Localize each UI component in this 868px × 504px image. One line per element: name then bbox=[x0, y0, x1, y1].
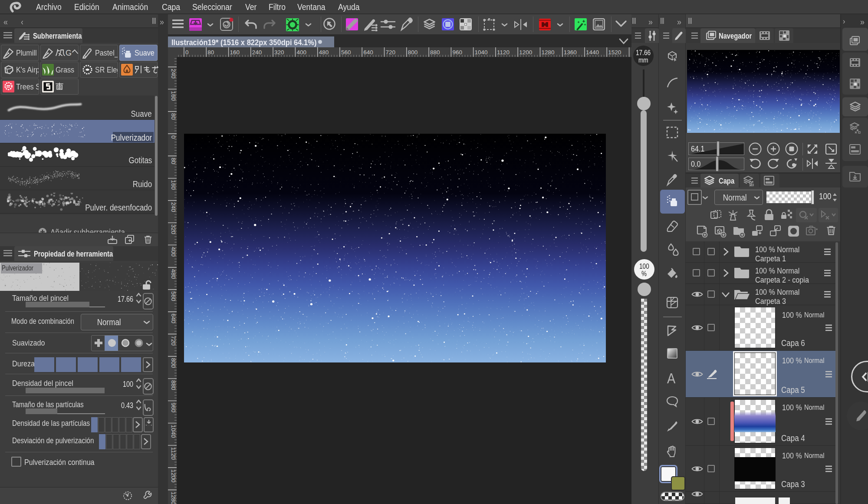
svg-text:480: 480 bbox=[170, 269, 177, 279]
svg-text:640: 640 bbox=[170, 313, 177, 323]
svg-text:560: 560 bbox=[341, 49, 351, 56]
svg-text:1120: 1120 bbox=[170, 447, 177, 460]
svg-text:240: 240 bbox=[252, 49, 262, 56]
svg-text:720: 720 bbox=[170, 336, 177, 346]
svg-text:1520: 1520 bbox=[608, 49, 621, 56]
svg-text:0: 0 bbox=[185, 49, 189, 56]
svg-text:160: 160 bbox=[170, 180, 177, 190]
svg-text:1280: 1280 bbox=[542, 49, 555, 56]
svg-text:400: 400 bbox=[296, 49, 306, 56]
svg-text:1040: 1040 bbox=[475, 49, 488, 56]
svg-text:80: 80 bbox=[170, 158, 177, 164]
svg-text:800: 800 bbox=[170, 358, 177, 368]
svg-text:400: 400 bbox=[170, 247, 177, 257]
svg-text:800: 800 bbox=[408, 49, 418, 56]
svg-text:560: 560 bbox=[170, 291, 177, 301]
svg-text:1280: 1280 bbox=[170, 492, 177, 504]
svg-text:320: 320 bbox=[170, 224, 177, 234]
svg-text:1440: 1440 bbox=[586, 49, 599, 56]
svg-text:640: 640 bbox=[363, 49, 373, 56]
svg-text:320: 320 bbox=[274, 49, 284, 56]
svg-text:G: G bbox=[66, 49, 72, 57]
svg-text:0: 0 bbox=[170, 135, 177, 139]
svg-text:960: 960 bbox=[170, 402, 177, 412]
svg-text:240: 240 bbox=[170, 69, 177, 79]
svg-text:1200: 1200 bbox=[170, 469, 177, 482]
svg-text:160: 160 bbox=[170, 91, 177, 101]
svg-text:480: 480 bbox=[319, 49, 329, 56]
svg-text:880: 880 bbox=[430, 49, 440, 56]
svg-text:1040: 1040 bbox=[170, 425, 177, 438]
svg-text:1360: 1360 bbox=[564, 49, 577, 56]
svg-text:160: 160 bbox=[230, 49, 240, 56]
svg-text:1120: 1120 bbox=[497, 49, 510, 56]
svg-text:240: 240 bbox=[170, 202, 177, 212]
svg-text:1200: 1200 bbox=[519, 49, 532, 56]
svg-text:80: 80 bbox=[207, 49, 214, 56]
svg-text:80: 80 bbox=[170, 113, 177, 120]
svg-text:720: 720 bbox=[386, 49, 396, 56]
svg-text:880: 880 bbox=[170, 380, 177, 390]
svg-text:960: 960 bbox=[452, 49, 462, 56]
